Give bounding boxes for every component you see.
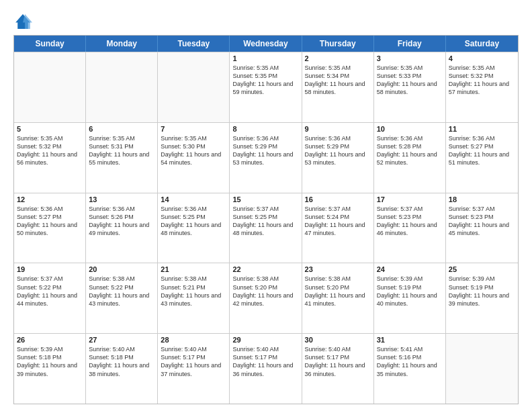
cell-info: Sunrise: 5:40 AM Sunset: 5:17 PM Dayligh… — [232, 345, 298, 378]
calendar-cell: 27 Sunrise: 5:40 AM Sunset: 5:18 PM Dayl… — [86, 334, 158, 404]
weekday-header: Thursday — [302, 36, 374, 52]
cell-info: Sunrise: 5:35 AM Sunset: 5:32 PM Dayligh… — [449, 64, 515, 97]
calendar-cell: 2 Sunrise: 5:35 AM Sunset: 5:34 PM Dayli… — [302, 52, 374, 122]
header — [13, 12, 519, 31]
cell-info: Sunrise: 5:35 AM Sunset: 5:30 PM Dayligh… — [161, 134, 226, 167]
cell-info: Sunrise: 5:38 AM Sunset: 5:22 PM Dayligh… — [89, 275, 154, 308]
calendar-body: 1 Sunrise: 5:35 AM Sunset: 5:35 PM Dayli… — [14, 52, 518, 404]
calendar-row: 12 Sunrise: 5:36 AM Sunset: 5:27 PM Dayl… — [14, 193, 518, 263]
day-number: 13 — [89, 195, 154, 203]
cell-info: Sunrise: 5:37 AM Sunset: 5:25 PM Dayligh… — [232, 205, 298, 238]
cell-info: Sunrise: 5:37 AM Sunset: 5:23 PM Dayligh… — [449, 205, 515, 238]
day-number: 25 — [449, 265, 515, 273]
day-number: 8 — [232, 125, 298, 133]
cell-info: Sunrise: 5:38 AM Sunset: 5:20 PM Dayligh… — [232, 275, 298, 308]
calendar-cell: 31 Sunrise: 5:41 AM Sunset: 5:16 PM Dayl… — [374, 334, 446, 404]
cell-info: Sunrise: 5:36 AM Sunset: 5:28 PM Dayligh… — [377, 134, 443, 167]
day-number: 26 — [17, 336, 83, 344]
cell-info: Sunrise: 5:37 AM Sunset: 5:24 PM Dayligh… — [305, 205, 371, 238]
calendar-cell: 18 Sunrise: 5:37 AM Sunset: 5:23 PM Dayl… — [446, 193, 518, 263]
day-number: 30 — [305, 336, 371, 344]
calendar-row: 19 Sunrise: 5:37 AM Sunset: 5:22 PM Dayl… — [14, 263, 518, 333]
calendar-cell: 16 Sunrise: 5:37 AM Sunset: 5:24 PM Dayl… — [302, 193, 374, 263]
calendar-cell: 11 Sunrise: 5:36 AM Sunset: 5:27 PM Dayl… — [446, 123, 518, 193]
calendar-cell: 1 Sunrise: 5:35 AM Sunset: 5:35 PM Dayli… — [230, 52, 302, 122]
day-number: 4 — [449, 54, 515, 62]
day-number: 6 — [89, 125, 154, 133]
cell-info: Sunrise: 5:38 AM Sunset: 5:20 PM Dayligh… — [305, 275, 371, 308]
cell-info: Sunrise: 5:36 AM Sunset: 5:27 PM Dayligh… — [17, 205, 83, 238]
calendar-cell: 6 Sunrise: 5:35 AM Sunset: 5:31 PM Dayli… — [86, 123, 158, 193]
day-number: 11 — [449, 125, 515, 133]
calendar-cell: 13 Sunrise: 5:36 AM Sunset: 5:26 PM Dayl… — [86, 193, 158, 263]
calendar-cell: 25 Sunrise: 5:39 AM Sunset: 5:19 PM Dayl… — [446, 263, 518, 333]
weekday-header: Wednesday — [230, 36, 302, 52]
calendar-row: 26 Sunrise: 5:39 AM Sunset: 5:18 PM Dayl… — [14, 333, 518, 404]
calendar-cell: 24 Sunrise: 5:39 AM Sunset: 5:19 PM Dayl… — [374, 263, 446, 333]
day-number: 3 — [377, 54, 443, 62]
calendar-cell: 29 Sunrise: 5:40 AM Sunset: 5:17 PM Dayl… — [230, 334, 302, 404]
calendar-cell: 28 Sunrise: 5:40 AM Sunset: 5:17 PM Dayl… — [158, 334, 230, 404]
cell-info: Sunrise: 5:35 AM Sunset: 5:32 PM Dayligh… — [17, 134, 83, 167]
cell-info: Sunrise: 5:36 AM Sunset: 5:25 PM Dayligh… — [161, 205, 226, 238]
cell-info: Sunrise: 5:35 AM Sunset: 5:35 PM Dayligh… — [232, 64, 298, 97]
calendar-cell — [86, 52, 158, 122]
weekday-header: Tuesday — [158, 36, 230, 52]
calendar-cell: 5 Sunrise: 5:35 AM Sunset: 5:32 PM Dayli… — [14, 123, 86, 193]
calendar-cell: 7 Sunrise: 5:35 AM Sunset: 5:30 PM Dayli… — [158, 123, 230, 193]
calendar-cell: 17 Sunrise: 5:37 AM Sunset: 5:23 PM Dayl… — [374, 193, 446, 263]
day-number: 31 — [377, 336, 443, 344]
page: SundayMondayTuesdayWednesdayThursdayFrid… — [0, 0, 532, 411]
day-number: 12 — [17, 195, 83, 203]
day-number: 19 — [17, 265, 83, 273]
calendar-cell — [158, 52, 230, 122]
calendar-header: SundayMondayTuesdayWednesdayThursdayFrid… — [14, 36, 518, 52]
cell-info: Sunrise: 5:40 AM Sunset: 5:17 PM Dayligh… — [305, 345, 371, 378]
cell-info: Sunrise: 5:40 AM Sunset: 5:18 PM Dayligh… — [89, 345, 154, 378]
calendar-cell — [14, 52, 86, 122]
day-number: 7 — [161, 125, 226, 133]
day-number: 16 — [305, 195, 371, 203]
day-number: 22 — [232, 265, 298, 273]
cell-info: Sunrise: 5:37 AM Sunset: 5:22 PM Dayligh… — [17, 275, 83, 308]
day-number: 18 — [449, 195, 515, 203]
calendar-cell: 30 Sunrise: 5:40 AM Sunset: 5:17 PM Dayl… — [302, 334, 374, 404]
day-number: 15 — [232, 195, 298, 203]
calendar-cell: 15 Sunrise: 5:37 AM Sunset: 5:25 PM Dayl… — [230, 193, 302, 263]
cell-info: Sunrise: 5:38 AM Sunset: 5:21 PM Dayligh… — [161, 275, 226, 308]
calendar-cell — [446, 334, 518, 404]
calendar-cell: 12 Sunrise: 5:36 AM Sunset: 5:27 PM Dayl… — [14, 193, 86, 263]
weekday-header: Monday — [86, 36, 158, 52]
cell-info: Sunrise: 5:36 AM Sunset: 5:29 PM Dayligh… — [232, 134, 298, 167]
weekday-header: Saturday — [446, 36, 518, 52]
calendar-cell: 10 Sunrise: 5:36 AM Sunset: 5:28 PM Dayl… — [374, 123, 446, 193]
day-number: 9 — [305, 125, 371, 133]
calendar-cell: 20 Sunrise: 5:38 AM Sunset: 5:22 PM Dayl… — [86, 263, 158, 333]
day-number: 29 — [232, 336, 298, 344]
calendar-cell: 19 Sunrise: 5:37 AM Sunset: 5:22 PM Dayl… — [14, 263, 86, 333]
calendar-cell: 21 Sunrise: 5:38 AM Sunset: 5:21 PM Dayl… — [158, 263, 230, 333]
weekday-header: Sunday — [14, 36, 86, 52]
cell-info: Sunrise: 5:35 AM Sunset: 5:33 PM Dayligh… — [377, 64, 443, 97]
weekday-header: Friday — [374, 36, 446, 52]
cell-info: Sunrise: 5:41 AM Sunset: 5:16 PM Dayligh… — [377, 345, 443, 378]
calendar-cell: 9 Sunrise: 5:36 AM Sunset: 5:29 PM Dayli… — [302, 123, 374, 193]
cell-info: Sunrise: 5:35 AM Sunset: 5:31 PM Dayligh… — [89, 134, 154, 167]
day-number: 2 — [305, 54, 371, 62]
day-number: 20 — [89, 265, 154, 273]
cell-info: Sunrise: 5:39 AM Sunset: 5:19 PM Dayligh… — [449, 275, 515, 308]
day-number: 27 — [89, 336, 154, 344]
calendar-cell: 3 Sunrise: 5:35 AM Sunset: 5:33 PM Dayli… — [374, 52, 446, 122]
day-number: 5 — [17, 125, 83, 133]
day-number: 1 — [232, 54, 298, 62]
cell-info: Sunrise: 5:40 AM Sunset: 5:17 PM Dayligh… — [161, 345, 226, 378]
cell-info: Sunrise: 5:36 AM Sunset: 5:27 PM Dayligh… — [449, 134, 515, 167]
day-number: 21 — [161, 265, 226, 273]
calendar-cell: 22 Sunrise: 5:38 AM Sunset: 5:20 PM Dayl… — [230, 263, 302, 333]
day-number: 24 — [377, 265, 443, 273]
calendar-cell: 8 Sunrise: 5:36 AM Sunset: 5:29 PM Dayli… — [230, 123, 302, 193]
calendar-cell: 4 Sunrise: 5:35 AM Sunset: 5:32 PM Dayli… — [446, 52, 518, 122]
day-number: 10 — [377, 125, 443, 133]
cell-info: Sunrise: 5:36 AM Sunset: 5:29 PM Dayligh… — [305, 134, 371, 167]
cell-info: Sunrise: 5:36 AM Sunset: 5:26 PM Dayligh… — [89, 205, 154, 238]
